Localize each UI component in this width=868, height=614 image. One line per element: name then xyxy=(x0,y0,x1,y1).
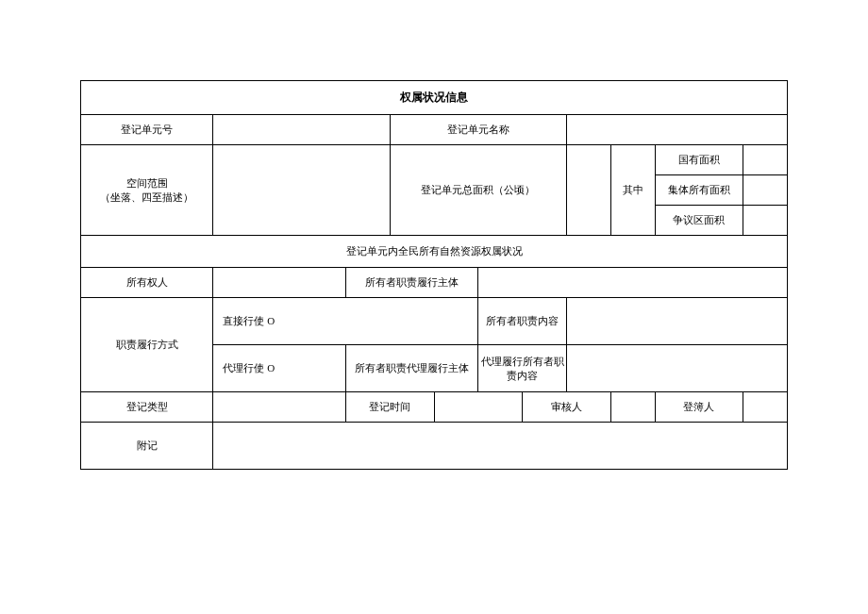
value-registrar xyxy=(743,392,788,423)
label-state-owned-area: 国有面积 xyxy=(655,145,743,175)
label-notes: 附记 xyxy=(81,423,213,470)
label-reg-type: 登记类型 xyxy=(81,392,213,423)
label-owner-duty-proxy-subject: 所有者职责代理履行主体 xyxy=(345,345,477,392)
value-collective-area xyxy=(743,175,788,206)
option-proxy-exercise: 代理行使 O xyxy=(213,345,345,392)
value-spatial-scope xyxy=(213,145,390,236)
value-unit-no xyxy=(213,115,390,145)
label-reg-time: 登记时间 xyxy=(345,392,434,423)
label-spatial-scope-line1: 空间范围 xyxy=(83,176,210,191)
value-notes xyxy=(213,423,788,470)
value-owner-duty-subject xyxy=(478,268,788,298)
label-reviewer: 审核人 xyxy=(523,392,611,423)
value-owner xyxy=(213,268,345,298)
sub-header: 登记单元内全民所有自然资源权属状况 xyxy=(81,236,788,268)
label-proxy-duty-content-line1: 代理履行所有者职 xyxy=(480,355,564,369)
ownership-info-table: 权属状况信息 登记单元号 登记单元名称 空间范围 （坐落、四至描述） 登记单元总… xyxy=(80,80,788,470)
value-reg-time xyxy=(434,392,523,423)
value-state-owned-area xyxy=(743,145,788,175)
label-collective-area: 集体所有面积 xyxy=(655,175,743,206)
value-proxy-duty-content xyxy=(566,345,787,392)
label-owner-duty-content: 所有者职责内容 xyxy=(478,298,567,345)
label-among: 其中 xyxy=(610,145,655,236)
label-proxy-duty-content-line2: 责内容 xyxy=(480,369,564,383)
option-direct-exercise: 直接行使 O xyxy=(213,298,478,345)
value-disputed-area xyxy=(743,206,788,236)
label-spatial-scope: 空间范围 （坐落、四至描述） xyxy=(81,145,213,236)
value-unit-total-area xyxy=(566,145,610,236)
value-reviewer xyxy=(610,392,655,423)
label-owner-duty-subject: 所有者职责履行主体 xyxy=(345,268,477,298)
label-disputed-area: 争议区面积 xyxy=(655,206,743,236)
label-duty-method: 职责履行方式 xyxy=(81,298,213,392)
label-proxy-duty-content: 代理履行所有者职 责内容 xyxy=(478,345,567,392)
label-spatial-scope-line2: （坐落、四至描述） xyxy=(83,191,210,205)
label-unit-total-area: 登记单元总面积（公顷） xyxy=(390,145,566,236)
value-reg-type xyxy=(213,392,345,423)
table-title: 权属状况信息 xyxy=(81,81,788,115)
value-owner-duty-content xyxy=(566,298,787,345)
label-owner: 所有权人 xyxy=(81,268,213,298)
label-unit-name: 登记单元名称 xyxy=(390,115,566,145)
label-unit-no: 登记单元号 xyxy=(81,115,213,145)
label-registrar: 登簿人 xyxy=(655,392,743,423)
value-unit-name xyxy=(566,115,787,145)
